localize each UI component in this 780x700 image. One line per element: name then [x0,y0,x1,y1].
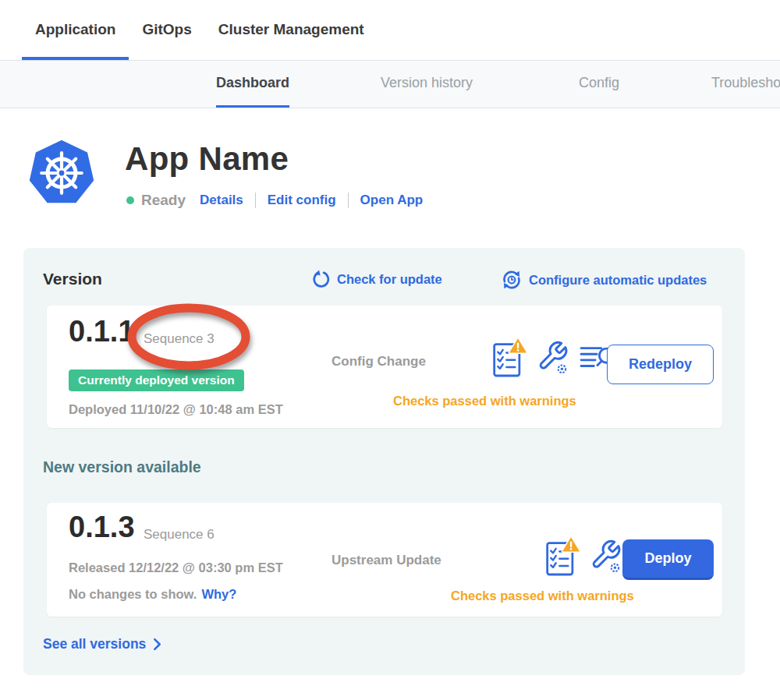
top-nav: Application GitOps Cluster Management [0,0,780,60]
preflight-checks-warning-icon[interactable] [544,536,580,578]
current-version-card: 0.1.1 Sequence 3 Currently deployed vers… [47,306,722,428]
deployed-timestamp: Deployed 11/10/22 @ 10:48 am EST [69,402,283,417]
configure-automatic-updates-link[interactable]: Configure automatic updates [502,270,707,290]
no-changes-label: No changes to show. [69,587,197,601]
preflight-checks-warning-icon[interactable] [491,337,527,379]
chevron-right-icon [153,638,161,651]
details-link[interactable]: Details [200,193,243,208]
tab-troubleshoot[interactable]: Troubleshoot [711,61,780,108]
auto-update-clock-icon [502,270,522,290]
why-link[interactable]: Why? [201,587,236,601]
refresh-icon [310,270,330,289]
config-wrench-gear-icon[interactable] [590,539,622,574]
tab-cluster-management[interactable]: Cluster Management [205,2,378,60]
current-version-sequence: Sequence 3 [144,331,214,347]
status-badge: Ready [141,192,186,209]
redeploy-button[interactable]: Redeploy [607,345,714,384]
see-all-versions-label: See all versions [43,636,146,652]
tab-config[interactable]: Config [579,61,619,108]
edit-config-link[interactable]: Edit config [268,193,336,208]
current-version-icons [491,337,616,379]
tab-gitops[interactable]: GitOps [129,2,204,60]
tab-application[interactable]: Application [22,2,129,60]
see-all-versions-link[interactable]: See all versions [43,636,161,652]
tab-version-history[interactable]: Version history [381,61,473,108]
currently-deployed-badge: Currently deployed version [69,369,244,391]
available-version-number: 0.1.3 [69,511,135,544]
open-app-link[interactable]: Open App [360,193,424,208]
version-type-label: Config Change [332,354,426,369]
no-changes-text: No changes to show.Why? [69,587,236,602]
divider [255,193,256,208]
released-timestamp: Released 12/12/22 @ 03:30 pm EST [69,560,283,575]
app-status-row: Ready Details Edit config Open App [126,190,423,210]
configure-automatic-updates-label: Configure automatic updates [529,273,707,288]
sub-nav: Dashboard Version history Config Trouble… [0,60,780,108]
config-wrench-gear-icon[interactable] [537,340,569,376]
version-heading: Version [43,270,102,288]
divider [348,193,349,208]
check-for-update-link[interactable]: Check for update [310,270,442,289]
app-dashboard-page: Application GitOps Cluster Management Da… [0,0,780,700]
deploy-button[interactable]: Deploy [622,539,714,580]
current-version-number: 0.1.1 [69,315,135,348]
available-version-icons [544,536,622,578]
available-version-sequence: Sequence 6 [144,527,214,543]
available-version-card: 0.1.3 Sequence 6 Released 12/12/22 @ 03:… [47,503,722,617]
version-type-label: Upstream Update [332,553,441,568]
status-ready-dot-icon [126,196,134,204]
tab-dashboard[interactable]: Dashboard [216,61,289,108]
checks-warning-text: Checks passed with warnings [393,394,576,408]
kubernetes-logo-icon [26,137,98,209]
new-version-available-heading: New version available [43,458,201,476]
version-card: Version Check for update Configure autom… [23,248,745,675]
check-for-update-label: Check for update [337,272,442,287]
checks-warning-text: Checks passed with warnings [451,589,634,603]
page-title: App Name [125,140,289,178]
